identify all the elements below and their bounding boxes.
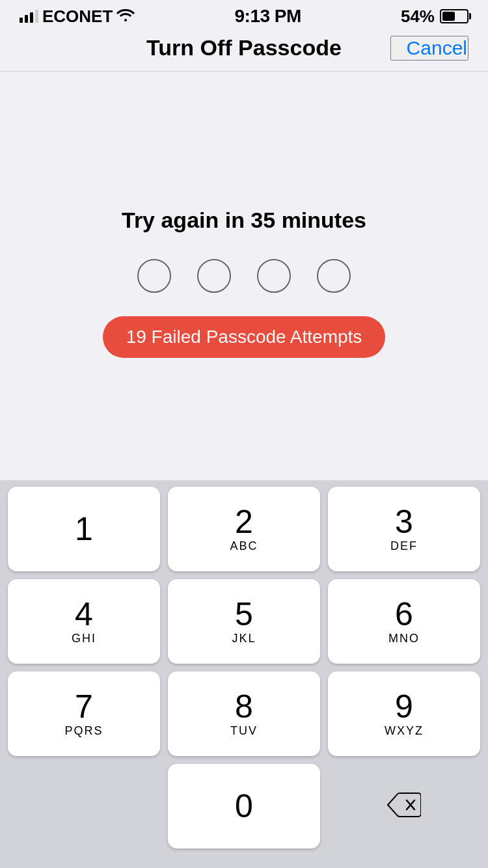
key-7-letters: PQRS: [64, 724, 103, 738]
wifi-icon: [116, 7, 135, 25]
key-5-number: 5: [235, 598, 253, 631]
key-6-letters: MNO: [388, 632, 420, 645]
key-3[interactable]: 3 DEF: [328, 487, 480, 571]
main-content: Try again in 35 minutes 19 Failed Passco…: [0, 72, 488, 480]
passcode-dot-4: [317, 259, 351, 293]
key-5[interactable]: 5 JKL: [168, 579, 320, 664]
key-8-number: 8: [235, 690, 253, 723]
cancel-button[interactable]: Cancel: [390, 36, 468, 61]
passcode-dot-3: [257, 259, 291, 293]
battery-fill: [442, 12, 455, 21]
key-9[interactable]: 9 WXYZ: [328, 671, 480, 756]
key-8[interactable]: 8 TUV: [168, 671, 320, 756]
key-3-number: 3: [395, 506, 413, 538]
nav-bar: Turn Off Passcode Cancel: [0, 29, 488, 72]
battery-percent: 54%: [401, 7, 435, 27]
keypad-grid: 1 2 ABC 3 DEF 4 GHI 5 JKL 6 MNO 7 PQRS 8: [8, 487, 480, 848]
signal-bar-2: [25, 15, 28, 23]
key-4-letters: GHI: [72, 632, 96, 645]
delete-button[interactable]: [328, 764, 480, 848]
key-2-letters: ABC: [230, 539, 258, 553]
keypad-area: 1 2 ABC 3 DEF 4 GHI 5 JKL 6 MNO 7 PQRS 8: [0, 480, 488, 868]
key-2[interactable]: 2 ABC: [168, 487, 320, 571]
signal-bar-3: [30, 12, 33, 23]
key-6-number: 6: [395, 598, 413, 631]
key-9-number: 9: [395, 690, 413, 723]
key-4[interactable]: 4 GHI: [8, 579, 160, 664]
passcode-dots: [137, 259, 351, 293]
status-right: 54%: [401, 7, 468, 27]
key-4-number: 4: [75, 598, 93, 631]
passcode-dot-2: [197, 259, 231, 293]
status-time: 9:13 PM: [234, 6, 301, 27]
key-7-number: 7: [75, 690, 93, 723]
key-0-number: 0: [235, 790, 253, 822]
signal-bar-1: [20, 18, 23, 23]
status-left: ECONET: [20, 7, 135, 27]
key-3-letters: DEF: [390, 539, 418, 553]
key-empty: [8, 764, 160, 848]
key-1-number: 1: [75, 513, 93, 545]
key-0[interactable]: 0: [168, 764, 320, 848]
status-bar: ECONET 9:13 PM 54%: [0, 0, 488, 29]
key-9-letters: WXYZ: [385, 724, 424, 738]
key-1[interactable]: 1: [8, 487, 160, 571]
failed-attempts-badge: 19 Failed Passcode Attempts: [103, 316, 386, 358]
battery-icon: [440, 9, 468, 23]
signal-bar-4: [35, 10, 38, 23]
key-2-number: 2: [235, 506, 253, 538]
key-5-letters: JKL: [232, 632, 256, 645]
carrier-name: ECONET: [42, 7, 113, 27]
key-8-letters: TUV: [230, 724, 258, 738]
delete-icon: [387, 787, 421, 825]
key-6[interactable]: 6 MNO: [328, 579, 480, 664]
passcode-dot-1: [137, 259, 171, 293]
signal-bars-icon: [20, 10, 38, 23]
key-7[interactable]: 7 PQRS: [8, 671, 160, 756]
page-title: Turn Off Passcode: [98, 35, 390, 61]
try-again-text: Try again in 35 minutes: [122, 208, 366, 233]
